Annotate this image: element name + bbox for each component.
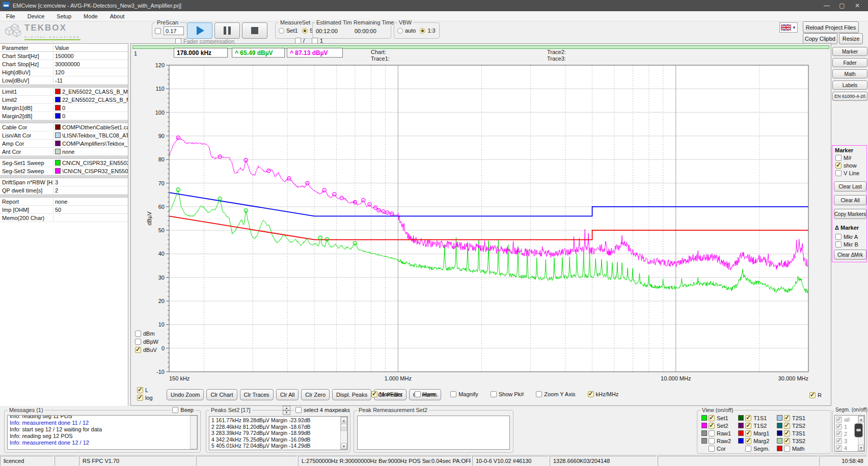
minimize-button[interactable]: —	[820, 2, 833, 10]
radio-set1[interactable]: Set1	[279, 28, 298, 34]
tab-math[interactable]: Math	[832, 69, 867, 78]
view-checkbox-marg2[interactable]: Marg2	[745, 438, 769, 444]
clear-last-button[interactable]: Clear Last	[834, 181, 866, 191]
displ-peaks-button[interactable]: Displ. Peaks	[332, 389, 371, 400]
table-row[interactable]: Limit12_EN55022_CLASS_B_Mains_AVG.lim	[0, 88, 128, 96]
table-row[interactable]: Low[dBuV]-11	[0, 76, 128, 85]
checkbox-mkr-b[interactable]: Mkr B	[835, 241, 866, 248]
copy-markers-button[interactable]: Copy Markers	[834, 209, 866, 219]
checkbox-mkr-a[interactable]: Mkr A	[835, 234, 866, 240]
checkbox-r[interactable]: R	[809, 392, 822, 398]
scroll-up-icon[interactable]: ▲	[341, 417, 347, 423]
copy-clipbd-button[interactable]: Copy Clipbd	[803, 33, 837, 44]
tab-labels[interactable]: Labels	[832, 80, 867, 90]
peak-list-item[interactable]: 4 342.24kHz 75.25dBµV Margin -16.09dB	[211, 436, 339, 443]
table-row[interactable]: Margin2[dB]0	[0, 112, 128, 120]
scroll-down-icon[interactable]: ▼	[341, 443, 347, 449]
clr-all-button[interactable]: Clr All	[276, 389, 299, 400]
menu-item-file[interactable]: File	[0, 13, 21, 19]
menu-item-about[interactable]: About	[104, 13, 131, 19]
segm-checkbox-all[interactable]: all	[836, 417, 857, 423]
view-checkbox-cor[interactable]: Cor	[709, 446, 726, 452]
checkbox-dbm[interactable]: dBm	[135, 331, 158, 337]
menu-item-setup[interactable]: Setup	[50, 13, 77, 19]
play-button[interactable]	[187, 22, 212, 39]
view-checkbox-t2s2[interactable]: T2S2	[784, 423, 805, 429]
checkbox-m[interactable]: M#	[835, 155, 866, 161]
table-row[interactable]: High[dBuV]120	[0, 68, 128, 76]
table-row[interactable]: Imp [OHM]50	[0, 206, 128, 214]
peak-list-item[interactable]: 2 228.46kHz 81.20dBµV Margin -18.67dB	[211, 424, 339, 430]
peak-list-item[interactable]: 1 161.77kHz 89.28dBµV Margin -23.92dB	[211, 417, 339, 424]
spinner-down-icon[interactable]: ▼	[283, 410, 290, 415]
clear-delta-marker-button[interactable]: Clear ΔMrk	[834, 250, 866, 260]
view-checkbox-segm[interactable]: Segm.	[745, 446, 770, 452]
segm-checkbox-3[interactable]: 3	[836, 438, 857, 444]
view-checkbox-math[interactable]: Math	[784, 446, 804, 452]
checkbox-l[interactable]: L	[137, 387, 153, 393]
reload-project-files-button[interactable]: Reload Project Files	[803, 21, 859, 33]
clr-traces-button[interactable]: Clr Traces	[240, 389, 274, 400]
clr-chart-button[interactable]: Clr Chart	[206, 389, 237, 400]
peak-list-item[interactable]: 3 283.39kHz 79.72dBµV Margin -18.99dB	[211, 430, 339, 436]
table-row[interactable]: QP dwell time[s]2	[0, 186, 128, 195]
peak-list-item[interactable]: 5 405.01kHz 72.04dBµV Margin -14.29dB	[211, 443, 339, 449]
messages-scrollbar[interactable]	[190, 416, 197, 449]
view-checkbox-set2[interactable]: Set2	[709, 423, 728, 429]
view-checkbox-marg1[interactable]: Marg1	[745, 430, 769, 436]
clear-all-button[interactable]: Clear All	[834, 195, 866, 205]
peaks-scrollbar[interactable]: ▲ = ▼	[340, 417, 347, 450]
segm-checkbox-1[interactable]: 1	[836, 424, 857, 430]
checkbox-zoom-y-axis[interactable]: Zoom Y Axis	[536, 391, 575, 397]
table-row[interactable]: Seg-Set2 Sweep\CN\CN_CISPR32_EN55032_PK.…	[0, 167, 128, 175]
view-checkbox-t1s1[interactable]: T1S1	[745, 415, 767, 421]
select-maxpeaks-checkbox[interactable]: select 4 maxpeaks	[294, 407, 351, 413]
table-row[interactable]: Amp CorCOMP\Amplifiers\Tekbox_TBFL1.amp	[0, 140, 128, 148]
view-checkbox-t3s1[interactable]: T3S1	[784, 430, 805, 436]
stop-button[interactable]	[242, 22, 267, 39]
peaks-list[interactable]: 1 161.77kHz 89.28dBµV Margin -23.92dB2 2…	[209, 416, 348, 450]
view-checkbox-t3s2[interactable]: T3S2	[784, 438, 805, 444]
segm-list[interactable]: all1234 ▲ ▼	[834, 415, 865, 452]
table-row[interactable]: DriftSpan n*RBW [Hz]3	[0, 178, 128, 186]
resize-button[interactable]: Resize	[839, 33, 863, 44]
view-checkbox-t1s2[interactable]: T1S2	[745, 423, 767, 429]
clr-zero-button[interactable]: Clr Zero	[301, 389, 330, 400]
menu-item-device[interactable]: Device	[21, 13, 51, 19]
language-dropdown[interactable]: ▼	[779, 22, 798, 33]
menu-item-mode[interactable]: Mode	[77, 13, 104, 19]
tab-marker[interactable]: Marker	[832, 47, 867, 56]
table-row[interactable]: Reportnone	[0, 198, 128, 206]
plot-background[interactable]	[169, 65, 808, 372]
checkbox-show-pk[interactable]: Show Pk#	[491, 391, 524, 397]
checkbox-magnify[interactable]: Magnify	[450, 391, 478, 397]
beep-checkbox[interactable]: Beep	[171, 407, 195, 413]
segm-checkbox-2[interactable]: 2	[836, 431, 857, 437]
scroll-down-icon[interactable]: ▼	[858, 445, 864, 451]
checkbox-dbuv[interactable]: dBuV	[135, 347, 158, 353]
checkbox-show[interactable]: show	[835, 162, 866, 169]
messages-list[interactable]: Info: reading seg 11 POSInfo: measuremen…	[7, 415, 198, 450]
maximize-button[interactable]: ▢	[835, 2, 849, 10]
radio-auto[interactable]: auto	[397, 28, 416, 34]
pause-button[interactable]	[214, 22, 240, 39]
tab-en-61000-4-20[interactable]: EN 61000-4-20	[832, 92, 867, 101]
radio-1-3[interactable]: 1:3	[420, 28, 435, 34]
peak-list-item[interactable]: 6 471.70kHz 69.96dBµV Margin -13.48dB	[211, 449, 339, 451]
table-row[interactable]: Limit222_EN55022_CLASS_B_Mains_QP.lim	[0, 96, 128, 104]
table-row[interactable]: Margin1[dB]0	[0, 104, 128, 112]
scroll-up-icon[interactable]: ▲	[858, 416, 864, 422]
checkbox-maxfilter[interactable]: MaxFilter	[371, 391, 402, 397]
table-row[interactable]: Memo(200 Char)	[0, 214, 128, 222]
checkbox-log[interactable]: log	[137, 395, 153, 401]
close-button[interactable]: ✕	[851, 2, 864, 10]
table-row[interactable]: Cable CorCOMP\Other\CableSet1.cac	[0, 123, 128, 131]
segm-checkbox-4[interactable]: 4	[836, 445, 857, 451]
peaks-spinner[interactable]: ▲▼	[283, 406, 290, 415]
checkbox-harm[interactable]: Harm.	[415, 391, 438, 397]
tab-fader[interactable]: Fader	[832, 58, 867, 67]
view-checkbox-raw2[interactable]: Raw2	[709, 438, 731, 444]
table-row[interactable]: Ant Cornone	[0, 148, 128, 156]
prescan-input[interactable]: 0.17	[164, 26, 184, 35]
checkbox-dbpw[interactable]: dBpW	[135, 339, 158, 345]
